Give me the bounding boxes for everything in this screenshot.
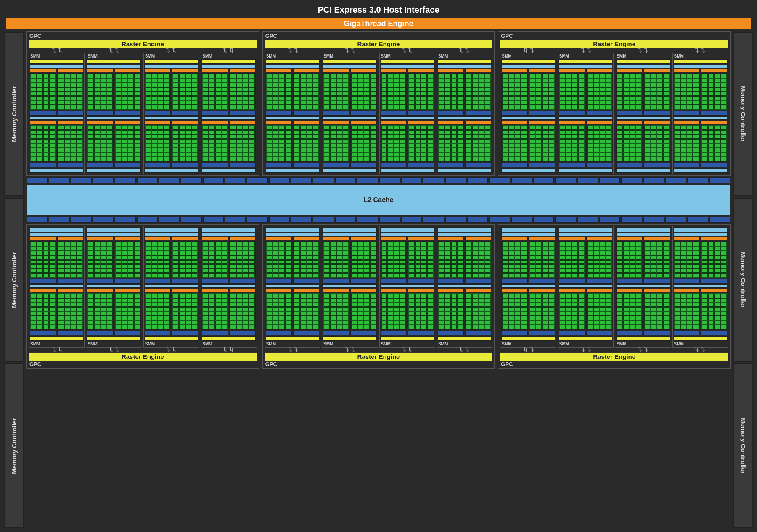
cuda-core: [77, 255, 83, 260]
cuda-core: [521, 294, 527, 298]
cuda-core: [164, 79, 170, 83]
cuda-core: [324, 307, 330, 311]
cuda-core: [421, 157, 427, 161]
cuda-core: [364, 294, 370, 298]
cuda-core: [708, 130, 714, 134]
cuda-core: [502, 307, 508, 311]
darkblue-segment: [529, 331, 555, 335]
cuda-core: [542, 303, 548, 307]
darkblue-segment: [643, 331, 670, 335]
cuda-core: [636, 130, 642, 134]
l2-segment: [599, 177, 620, 183]
cuda-core: [657, 92, 663, 96]
cuda-core: [714, 157, 720, 161]
cuda-core: [71, 157, 77, 161]
cuda-core: [439, 96, 445, 100]
cuda-core: [415, 294, 421, 298]
smm-block: SMM: [265, 226, 320, 348]
cuda-core: [37, 126, 43, 130]
cuda-core: [472, 148, 478, 152]
cuda-core: [351, 325, 357, 329]
darkblue-segment: [115, 331, 141, 335]
darkblue-row: [381, 331, 434, 335]
cuda-core: [351, 294, 357, 298]
cuda-core: [215, 101, 221, 105]
lightblue-bar: [202, 65, 255, 68]
lightblue-bar: [323, 284, 376, 288]
cuda-core: [203, 130, 209, 134]
cuda-core: [387, 79, 393, 83]
cuda-core: [128, 148, 134, 152]
cuda-core: [300, 139, 306, 143]
darkblue-row: [87, 279, 140, 284]
l2-segment: [665, 217, 686, 223]
cuda-core: [77, 321, 83, 325]
cuda-core: [364, 298, 370, 303]
cuda-core: [243, 157, 249, 161]
cuda-core: [330, 294, 336, 298]
lightblue-bar: [674, 284, 727, 288]
darkblue-segment: [438, 331, 464, 335]
cuda-core: [243, 144, 249, 148]
cuda-core: [479, 307, 484, 311]
cuda-core: [279, 307, 285, 311]
cuda-core: [451, 83, 457, 87]
cuda-core: [294, 139, 300, 143]
cuda-core: [578, 269, 584, 273]
cuda-core: [77, 307, 83, 311]
cuda-core-grid: [465, 73, 491, 110]
cuda-core: [508, 303, 514, 307]
cuda-core: [400, 157, 406, 161]
cuda-core: [720, 264, 726, 269]
cuda-core: [472, 264, 478, 269]
cuda-core: [542, 316, 548, 320]
cuda-core: [49, 79, 55, 83]
cuda-core: [600, 312, 606, 316]
cuda-core: [542, 134, 548, 139]
cuda-core: [566, 321, 572, 325]
cuda-core: [714, 92, 720, 96]
cuda-core: [472, 294, 478, 298]
cuda-core: [49, 294, 55, 298]
cuda-core: [107, 83, 113, 87]
cuda-core: [409, 87, 415, 92]
cuda-core-grid: [30, 73, 56, 110]
cuda-core: [273, 105, 278, 109]
cuda-core: [394, 321, 400, 325]
cuda-core: [472, 139, 478, 143]
cuda-core: [307, 303, 312, 307]
cuda-core: [566, 157, 572, 161]
cuda-core: [720, 242, 726, 246]
cuda-core: [714, 105, 720, 109]
cuda-core: [714, 312, 720, 316]
cuda-core: [215, 126, 221, 130]
smm-subcolumn: [586, 69, 612, 110]
cuda-core: [370, 264, 376, 269]
cuda-core: [185, 316, 191, 320]
cuda-core: [560, 105, 566, 109]
smm-subcolumn: [323, 69, 349, 110]
cuda-core: [485, 153, 491, 157]
cuda-core: [191, 269, 197, 273]
cuda-core: [548, 105, 554, 109]
cuda-core: [164, 260, 170, 264]
yellow-bar: [559, 59, 612, 64]
cuda-core: [230, 247, 236, 251]
cuda-core: [71, 260, 77, 264]
cuda-core: [336, 96, 342, 100]
cuda-core: [312, 298, 318, 303]
cuda-core: [58, 74, 64, 78]
cuda-core: [94, 105, 100, 109]
cuda-core: [179, 148, 185, 152]
cuda-core: [300, 325, 306, 329]
cuda-core: [636, 157, 642, 161]
cuda-core: [720, 251, 726, 255]
cuda-core-grid: [57, 241, 83, 278]
cuda-core: [173, 247, 179, 251]
orange-bar: [529, 289, 555, 292]
cuda-core: [702, 298, 708, 303]
cuda-core: [43, 255, 49, 260]
cuda-core: [693, 273, 699, 277]
cuda-core: [409, 157, 415, 161]
cuda-core: [134, 144, 140, 148]
